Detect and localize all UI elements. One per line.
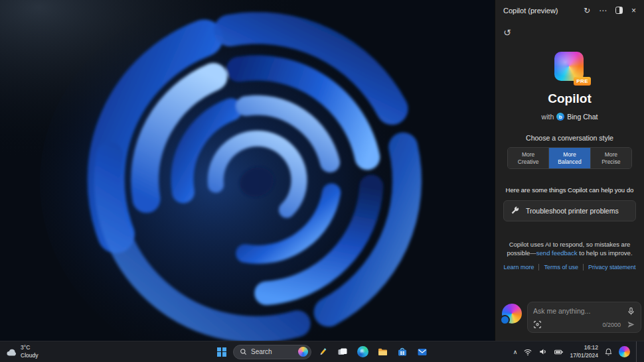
style-label-line1: More bbox=[549, 151, 590, 158]
task-view-icon bbox=[337, 347, 348, 357]
ask-input[interactable] bbox=[533, 306, 623, 316]
clock-time: 16:12 bbox=[584, 344, 598, 351]
learn-more-link[interactable]: Learn more bbox=[499, 264, 538, 271]
close-icon[interactable]: × bbox=[631, 7, 636, 15]
legal-links: Learn more Terms of use Privacy statemen… bbox=[495, 264, 644, 271]
suggestion-card[interactable]: Troubleshoot printer problems bbox=[503, 200, 636, 221]
ai-disclaimer: Copilot uses AI to respond, so mistakes … bbox=[505, 240, 634, 258]
style-label-line1: More bbox=[508, 151, 548, 158]
start-button[interactable] bbox=[213, 343, 230, 361]
bing-icon: b bbox=[556, 113, 564, 121]
show-desktop-button[interactable] bbox=[636, 341, 639, 362]
copilot-panel-header: Copilot (preview) ↻ ⋯ × bbox=[495, 0, 644, 21]
more-options-icon[interactable]: ⋯ bbox=[599, 7, 607, 15]
style-label-line2: Precise bbox=[591, 158, 631, 166]
suggestion-label: Troubleshoot printer problems bbox=[526, 207, 619, 215]
screenshot-icon[interactable] bbox=[533, 320, 542, 329]
style-label-line1: More bbox=[591, 151, 631, 158]
weather-temp: 3°C bbox=[21, 344, 38, 351]
copilot-heading: Copilot bbox=[495, 91, 644, 106]
edge-button[interactable] bbox=[354, 343, 371, 361]
send-feedback-link[interactable]: send feedback bbox=[536, 249, 578, 257]
copilot-logo-wrap: PRE bbox=[554, 52, 585, 82]
clock-date: 17/01/2024 bbox=[570, 352, 598, 359]
taskbar-center: Search bbox=[213, 341, 431, 362]
weather-condition: Cloudy bbox=[21, 352, 38, 359]
refresh-icon[interactable]: ↻ bbox=[584, 7, 590, 15]
chevron-up-icon[interactable]: ∧ bbox=[513, 349, 518, 355]
style-more-creative[interactable]: More Creative bbox=[508, 148, 549, 168]
style-more-precise[interactable]: More Precise bbox=[591, 148, 631, 168]
sidebar-toggle-icon bbox=[615, 7, 623, 14]
disclaimer-text-end: to help us improve. bbox=[578, 249, 633, 257]
privacy-statement-link[interactable]: Privacy statement bbox=[583, 264, 641, 271]
notification-bell-icon[interactable] bbox=[604, 347, 613, 357]
volume-icon[interactable] bbox=[538, 347, 548, 356]
bing-chat-label: Bing Chat bbox=[567, 113, 598, 121]
mail-button[interactable] bbox=[414, 343, 431, 361]
weather-widget[interactable]: 3°C Cloudy bbox=[0, 341, 43, 362]
history-row: ↺ bbox=[495, 21, 644, 38]
edge-icon bbox=[357, 346, 368, 357]
sidebar-toggle-button[interactable] bbox=[615, 7, 623, 15]
mail-icon bbox=[417, 347, 428, 357]
copilot-tray-button[interactable] bbox=[619, 346, 630, 357]
bing-chat-row: with b Bing Chat bbox=[495, 113, 644, 121]
style-label-line2: Creative bbox=[508, 158, 548, 166]
search-label: Search bbox=[251, 348, 294, 355]
weather-text: 3°C Cloudy bbox=[21, 344, 38, 359]
chat-composer: 0/2000 bbox=[502, 302, 637, 333]
system-tray: ∧ 16:12 17/01/2024 bbox=[513, 341, 644, 362]
wifi-icon[interactable] bbox=[523, 347, 532, 356]
with-label: with bbox=[542, 113, 554, 121]
chat-input-row bbox=[533, 306, 635, 316]
search-icon bbox=[240, 348, 247, 355]
style-label-line2: Balanced bbox=[549, 158, 590, 166]
copilot-panel: Copilot (preview) ↻ ⋯ × ↺ PRE Copilot wi… bbox=[495, 0, 644, 341]
send-icon[interactable] bbox=[627, 320, 635, 329]
chat-input-box: 0/2000 bbox=[527, 302, 641, 333]
preview-badge: PRE bbox=[574, 77, 591, 86]
taskbar: 3°C Cloudy Search bbox=[0, 341, 644, 362]
file-explorer-button[interactable] bbox=[374, 343, 391, 361]
pen-icon bbox=[317, 347, 328, 357]
wrench-icon bbox=[511, 206, 520, 215]
store-icon bbox=[397, 347, 408, 357]
clock-widget[interactable]: 16:12 17/01/2024 bbox=[570, 344, 598, 359]
battery-icon[interactable] bbox=[554, 348, 564, 356]
chat-input-footer: 0/2000 bbox=[533, 320, 635, 329]
cloud-icon bbox=[5, 347, 17, 357]
pen-app-icon[interactable] bbox=[314, 343, 331, 361]
folder-icon bbox=[377, 347, 388, 357]
copilot-tray-icon bbox=[619, 346, 630, 357]
help-intro-text: Here are some things Copilot can help yo… bbox=[495, 186, 644, 194]
copilot-panel-actions: ↻ ⋯ × bbox=[584, 7, 636, 15]
terms-of-use-link[interactable]: Terms of use bbox=[538, 264, 583, 271]
character-counter: 0/2000 bbox=[602, 322, 621, 328]
history-icon[interactable]: ↺ bbox=[503, 28, 511, 37]
conversation-style-prompt: Choose a conversation style bbox=[495, 134, 644, 142]
conversation-style-selector: More Creative More Balanced More Precise bbox=[507, 147, 632, 169]
copilot-avatar bbox=[502, 304, 522, 324]
style-more-balanced[interactable]: More Balanced bbox=[549, 148, 590, 168]
store-button[interactable] bbox=[394, 343, 411, 361]
copilot-panel-title: Copilot (preview) bbox=[503, 7, 558, 15]
microphone-icon[interactable] bbox=[627, 307, 635, 316]
task-view-button[interactable] bbox=[334, 343, 351, 361]
search-highlight-icon bbox=[298, 347, 308, 357]
taskbar-search[interactable]: Search bbox=[233, 345, 311, 359]
windows-logo-icon bbox=[217, 347, 226, 357]
